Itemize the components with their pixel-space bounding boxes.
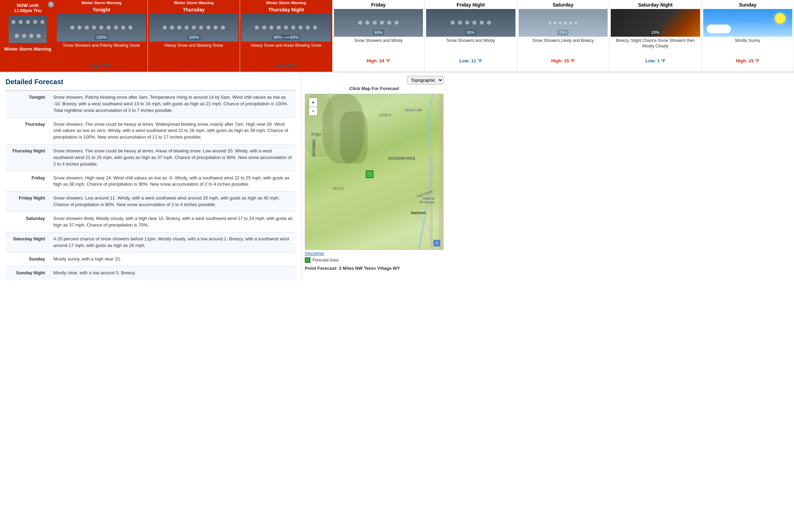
map-jackson-hole-label: JACKSON HOLE <box>388 157 415 160</box>
forecast-period-label: Saturday <box>6 212 51 232</box>
precip-thursday: 100% <box>187 35 201 40</box>
zoom-out-button[interactable]: − <box>309 107 318 116</box>
current-warning-text: Winter Storm Warning <box>4 46 52 52</box>
forecast-table-row: Thursday Night Snow showers. The snow co… <box>6 144 295 171</box>
map-forecast-marker[interactable] <box>366 170 373 178</box>
temp-friday: High: 24 °F <box>334 58 423 63</box>
warning-banner-thursdaynight: Winter Storm Warning <box>240 0 332 6</box>
desc-tonight: Snow Showers and Patchy Blowing Snow <box>57 43 146 60</box>
forecast-table-row: Friday Night Snow showers. Low around 11… <box>6 192 295 212</box>
weather-thumb-tonight: ❄❄❄ ❄❄❄ ❄❄❄ 100% <box>57 14 146 42</box>
forecast-days-container: Winter Storm Warning Tonight ❄❄❄ ❄❄❄ ❄❄❄… <box>55 0 794 72</box>
desc-sunday: Mostly Sunny <box>703 38 793 55</box>
forecast-period-label: Saturday Night <box>6 232 51 252</box>
precip-saturday: 70% <box>557 30 568 35</box>
forecast-text: Snow showers. High near 24. Wind chill v… <box>51 171 295 192</box>
map-briggs-label: Briggs <box>311 132 321 136</box>
zoom-in-button[interactable]: + <box>309 98 318 107</box>
weather-thumb-thursdaynight: ❄❄❄ ❄❄❄ ❄❄❄ 90% ⟶ 60% <box>241 14 331 42</box>
main-content: Detailed Forecast Tonight Snow showers. … <box>0 72 794 285</box>
forecast-table-row: Sunday Mostly sunny, with a high near 15… <box>6 252 295 266</box>
map-elk-refuge-label: NationalElk Refuge <box>419 197 434 204</box>
day-name-saturday: Saturday <box>519 2 608 8</box>
map-area: TopographicStandardSatellite Click Map F… <box>301 72 447 285</box>
forecast-table-row: Tonight Snow showers. Patchy blowing sno… <box>6 90 295 117</box>
weather-thumb-thursday: ❄❄❄ ❄❄❄ ❄❄❄ 100% <box>149 14 239 42</box>
day-name-saturdaynight: Saturday Night <box>611 2 700 8</box>
forecast-area-box <box>305 257 310 263</box>
desc-friday: Snow Showers and Windy <box>334 38 423 55</box>
day-name-thursdaynight: Thursday Night <box>241 7 331 12</box>
precip-thursdaynight: 90% ⟶ 60% <box>272 35 300 40</box>
forecast-day-sunday[interactable]: Sunday Mostly Sunny High: 15 °F <box>702 0 794 72</box>
precip-fridaynight: 90% <box>465 30 476 35</box>
detailed-forecast-section: Detailed Forecast Tonight Snow showers. … <box>0 72 301 285</box>
precip-tonight: 100% <box>95 35 108 40</box>
day-name-sunday: Sunday <box>703 2 793 8</box>
now-until-label: NOW until11:00pm Thu <box>14 3 42 13</box>
map-disclaimer: Disclaimer <box>305 251 443 256</box>
current-weather-icon: ❄❄❄ ❄❄❄ ❄❄❄ <box>9 15 47 43</box>
forecast-period-label: Thursday <box>6 117 51 144</box>
day-name-tonight: Tonight <box>57 7 146 12</box>
day-name-fridaynight: Friday Night <box>426 2 515 8</box>
desc-saturdaynight: Breezy. Slight Chance Snow Showers then … <box>611 38 700 55</box>
forecast-period-label: Friday Night <box>6 192 51 212</box>
forecast-day-thursday-night[interactable]: Winter Storm Warning Thursday Night ❄❄❄ … <box>240 0 333 72</box>
forecast-table-row: Saturday Snow showers likely. Mostly clo… <box>6 212 295 232</box>
forecast-table-row: Sunday Night Mostly clear, with a low ar… <box>6 266 295 280</box>
desc-saturday: Snow Showers Likely and Breezy <box>519 38 608 55</box>
point-forecast-location: 3 Miles NW Teton Village WY <box>339 266 400 271</box>
desc-thursday: Heavy Snow and Blowing Snow <box>149 43 239 60</box>
map-jenny-lake-label: Jenny Lake <box>405 108 422 112</box>
temp-thursdaynight: Low: 20 °F <box>241 63 331 68</box>
forecast-text: Snow showers. The snow could be heavy at… <box>51 117 295 144</box>
forecast-period-label: Thursday Night <box>6 144 51 171</box>
sun-icon <box>775 13 785 24</box>
weather-thumb-saturdaynight: 20% <box>611 9 700 37</box>
forecast-day-saturday-night[interactable]: Saturday Night 20% Breezy. Slight Chance… <box>609 0 702 72</box>
disclaimer-link[interactable]: Disclaimer <box>305 251 324 256</box>
forecast-day-friday-night[interactable]: Friday Night ❄❄❄ ❄❄❄ 90% Snow Showers an… <box>425 0 517 72</box>
forecast-text: Mostly sunny, with a high near 15. <box>51 252 295 266</box>
precip-friday: 90% <box>373 30 384 35</box>
map-type-select[interactable]: TopographicStandardSatellite <box>407 76 443 85</box>
forecast-period-label: Friday <box>6 171 51 192</box>
forecast-period-label: Sunday Night <box>6 266 51 280</box>
map-wyoming-label: WYOMING <box>312 139 316 157</box>
forecast-area-label: Forecast Area <box>312 258 338 263</box>
precip-saturdaynight: 20% <box>650 30 661 35</box>
info-icon[interactable]: ⓘ <box>48 1 54 8</box>
day-name-thursday: Thursday <box>149 7 239 12</box>
map-elevation2-label: 9141 ft <box>333 187 344 190</box>
temp-thursday: High: 26 °F <box>149 63 239 68</box>
forecast-text: A 20 percent chance of snow showers befo… <box>51 232 295 252</box>
point-forecast-label: Point Forecast: 3 Miles NW Teton Village… <box>305 266 443 271</box>
map-jackson-label: Jackson <box>411 211 426 215</box>
map-container[interactable]: WYOMING Briggs Jenny Lake 13781 ft JACKS… <box>305 94 443 250</box>
forecast-table: Tonight Snow showers. Patchy blowing sno… <box>6 90 295 280</box>
weather-thumb-saturday: ❄❄❄ ❄❄❄ 70% <box>519 9 608 37</box>
map-info-button[interactable]: i <box>433 240 440 247</box>
temp-saturdaynight: Low: 1 °F <box>611 58 700 63</box>
cloud-icon <box>707 25 731 33</box>
forecast-text: Mostly clear, with a low around 5. Breez… <box>51 266 295 280</box>
forecast-period-label: Tonight <box>6 90 51 117</box>
warning-banner-thursday: Winter Storm Warning <box>148 0 240 6</box>
map-click-label: Click Map For Forecast <box>305 86 443 91</box>
forecast-text: Snow showers. Low around 11. Windy, with… <box>51 192 295 212</box>
day-name-friday: Friday <box>334 2 423 8</box>
forecast-period-label: Sunday <box>6 252 51 266</box>
weather-thumb-friday: ❄❄❄ ❄❄❄ 90% <box>334 9 423 37</box>
forecast-day-saturday[interactable]: Saturday ❄❄❄ ❄❄❄ 70% Snow Showers Likely… <box>517 0 610 72</box>
forecast-day-friday[interactable]: Friday ❄❄❄ ❄❄❄ 90% Snow Showers and Wind… <box>333 0 425 72</box>
forecast-text: Snow showers. The snow could be heavy at… <box>51 144 295 171</box>
forecast-day-tonight[interactable]: Winter Storm Warning Tonight ❄❄❄ ❄❄❄ ❄❄❄… <box>55 0 148 72</box>
forecast-day-thursday[interactable]: Winter Storm Warning Thursday ❄❄❄ ❄❄❄ ❄❄… <box>148 0 240 72</box>
weather-thumb-fridaynight: ❄❄❄ ❄❄❄ 90% <box>426 9 515 37</box>
temp-saturday: High: 15 °F <box>519 58 608 63</box>
forecast-table-row: Thursday Snow showers. The snow could be… <box>6 117 295 144</box>
temp-fridaynight: Low: 11 °F <box>426 58 515 63</box>
forecast-text: Snow showers. Patchy blowing snow after … <box>51 90 295 117</box>
weather-thumb-sunday <box>703 9 793 37</box>
